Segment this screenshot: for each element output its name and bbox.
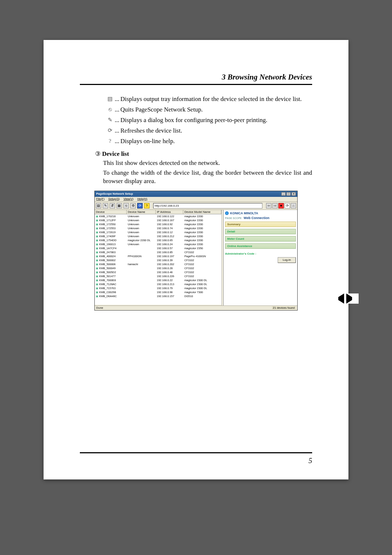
table-row[interactable]: KMB_400024PP4100GN192.168.0.197PagePro 4… <box>95 254 221 258</box>
col-device-name[interactable]: Device Name <box>127 210 156 214</box>
divider <box>80 84 312 85</box>
cell-device: KMB_D6A46C <box>95 294 127 298</box>
list-item-text: Displays a dialog box for configuring pe… <box>121 116 312 125</box>
table-row[interactable]: KMB_1754DDmagicolor 2200 DL192.168.0.65m… <box>95 238 221 242</box>
panel-meter[interactable]: Meter Count <box>225 236 296 242</box>
cell-device-name: Unknown <box>127 218 156 222</box>
cell-device-name: magicolor 2200 DL <box>127 238 156 242</box>
table-row[interactable]: KMB_7000E8192.168.0.22magicolor 2300 DL <box>95 278 221 282</box>
url-field[interactable]: http://192.168.0.23 <box>153 203 262 208</box>
section-number: ③ <box>95 150 101 157</box>
cell-device-name <box>127 258 156 262</box>
table-row[interactable]: KMB_7128AC192.168.0.213magicolor 2300 DL <box>95 282 221 286</box>
cell-ip: 192.168.0.213 <box>156 282 183 286</box>
toolbar-icon-3[interactable]: ⇵ <box>110 203 115 208</box>
nav-home-icon[interactable]: ⌂ <box>291 203 296 208</box>
menu-view[interactable]: View(V) <box>123 197 134 200</box>
menu-file[interactable]: File(F) <box>96 197 105 200</box>
cell-model: CF3102 <box>183 262 221 266</box>
body-paragraph-2: To change the width of the device list, … <box>103 169 312 186</box>
panel-detail[interactable]: Detail <box>225 229 296 234</box>
cell-device-name <box>127 290 156 294</box>
cell-device-name: Unknown <box>127 214 156 218</box>
cell-ip: 192.168.0.226 <box>156 274 183 278</box>
page-number: 5 <box>309 457 312 465</box>
login-button[interactable]: Log-in <box>278 257 296 263</box>
cell-model: CF3102 <box>183 266 221 270</box>
cell-device: KMB_1712FF <box>95 218 127 222</box>
table-row[interactable]: KMB_172553Unknown192.168.0.74magicolor 2… <box>95 226 221 230</box>
cell-ip: 192.168.0.46 <box>156 270 183 274</box>
col-device[interactable]: Device <box>95 210 127 214</box>
table-row[interactable]: KMB_17409FUnknown192.168.0.212magicolor … <box>95 234 221 238</box>
table-row[interactable]: KMB_D6A46C192.168.0.157Di3510 <box>95 294 221 298</box>
menu-bar[interactable]: File(F) Setup(S) View(V) Help(H) <box>95 197 297 202</box>
cell-ip: 192.168.0.197 <box>156 254 183 258</box>
cell-ip: 192.168.0.212 <box>156 234 183 238</box>
cell-device: KMB_715763 <box>95 286 127 290</box>
toolbar-icon-peer[interactable]: ⚙ <box>130 203 136 208</box>
section-heading: ③ Device list <box>95 150 312 158</box>
cell-ip: 192.168.0.22 <box>156 278 183 282</box>
menu-setup[interactable]: Setup(S) <box>108 197 120 200</box>
close-button[interactable]: × <box>291 192 296 196</box>
cell-ip: 192.168.0.122 <box>156 214 183 218</box>
toolbar-icon-quit[interactable]: ⎋ <box>123 203 129 208</box>
cell-device: KMB_500002 <box>95 258 127 262</box>
table-row[interactable]: KMB_500049192.168.0.28CF3102 <box>95 266 221 270</box>
table-row[interactable]: KMB_170218Unknown192.168.0.122magicolor … <box>95 214 221 218</box>
nav-back-icon[interactable]: ⇦ <box>266 203 271 208</box>
toolbar-icon-2[interactable]: ✎ <box>103 203 108 208</box>
table-row[interactable]: KMB_1712FFUnknown192.168.0.167magicolor … <box>95 218 221 222</box>
cell-ip: 192.168.0.28 <box>156 266 183 270</box>
window-title: PageScope Network Setup <box>96 192 133 195</box>
cell-device-name <box>127 294 156 298</box>
nav-fwd-icon[interactable]: ⇨ <box>272 203 278 208</box>
table-row[interactable]: KMB_500006hamachi192.168.0.202CF3102 <box>95 262 221 266</box>
table-row[interactable]: KMB_5005D2192.168.0.46CF3102 <box>95 270 221 274</box>
nav-reload-icon[interactable]: ⟳ <box>285 203 290 208</box>
table-row[interactable]: KMB_190013Unknown192.168.0.24magicolor 2… <box>95 242 221 246</box>
minimize-button[interactable]: _ <box>281 192 286 196</box>
list-icon: ✎ <box>105 116 115 123</box>
list-item-text: Displays output tray information for the… <box>121 95 312 104</box>
table-row[interactable]: KMB_501477192.168.0.226CF3102 <box>95 274 221 278</box>
col-ip[interactable]: IP Address <box>156 210 183 214</box>
ellipsis: ... <box>115 95 121 104</box>
table-row[interactable]: KMB_172550Unknown192.168.0.92magicolor 2… <box>95 222 221 226</box>
table-row[interactable]: KMB_247863192.168.0.85CF3102 <box>95 250 221 254</box>
admin-code-label: Administrator's Code : <box>225 252 296 255</box>
table-row[interactable]: KMB_172619Unknown192.168.0.12magicolor 2… <box>95 230 221 234</box>
splitter-handle[interactable] <box>222 210 224 305</box>
table-row[interactable]: KMB_1A7CF4192.168.0.57magicolor 2350 <box>95 246 221 250</box>
panel-summary[interactable]: Summary <box>225 222 296 227</box>
cell-device: KMB_500006 <box>95 262 127 266</box>
table-row[interactable]: KMB_500002192.168.0.39CF3102 <box>95 258 221 262</box>
cell-device-name: PP4100GN <box>127 254 156 258</box>
table-row[interactable]: KMB_715763192.168.0.79magicolor 2300 DL <box>95 286 221 290</box>
toolbar-icon-4[interactable]: ▦ <box>117 203 122 208</box>
cell-device-name <box>127 282 156 286</box>
cell-model: magicolor 2350 <box>183 246 221 250</box>
document-page: 3 Browsing Network Devices ▤...Displays … <box>44 40 348 479</box>
cell-device: KMB_170218 <box>95 214 127 218</box>
cell-device: KMB_500049 <box>95 266 127 270</box>
doc-list-item: ▤...Displays output tray information for… <box>105 95 312 104</box>
toolbar-icon-1[interactable]: ▤ <box>96 203 101 208</box>
cell-ip: 192.168.0.39 <box>156 258 183 262</box>
column-headers[interactable]: Device Device Name IP Address Device Mod… <box>95 210 221 214</box>
cell-model: magicolor 2300 DL <box>183 286 221 290</box>
toolbar-icon-refresh[interactable]: ⟳ <box>137 203 143 208</box>
nav-stop-icon[interactable]: ■ <box>278 203 284 208</box>
col-model[interactable]: Device Model Name <box>183 210 221 214</box>
cell-ip: 192.168.0.96 <box>156 290 183 294</box>
cell-ip: 192.168.0.167 <box>156 218 183 222</box>
titlebar: PageScope Network Setup _ □ × <box>95 191 297 197</box>
maximize-button[interactable]: □ <box>286 192 291 196</box>
toolbar-icon-help[interactable]: ? <box>144 203 150 208</box>
panel-online[interactable]: Online Assistance <box>225 243 296 249</box>
section-title: Device list <box>102 150 129 157</box>
toolbar: ▤ ✎ ⇵ ▦ ⎋ ⚙ ⟳ ? http://192.168.0.23 ⇦ ⇨ … <box>95 202 297 210</box>
table-row[interactable]: KMB_C00298192.168.0.96magicolor 7300 <box>95 290 221 294</box>
menu-help[interactable]: Help(H) <box>137 197 147 200</box>
